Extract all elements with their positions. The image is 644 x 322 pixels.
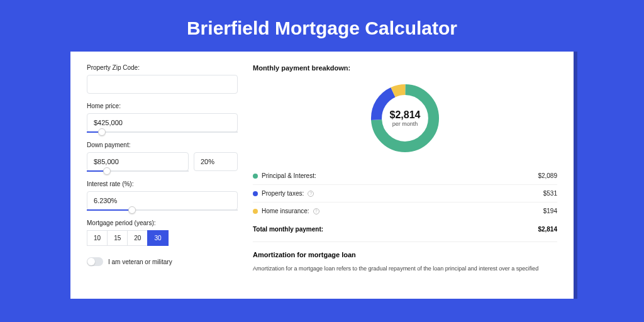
donut-center: $2,814 per month	[367, 80, 443, 156]
amort-text: Amortization for a mortgage loan refers …	[253, 265, 557, 274]
rate-label: Interest rate (%):	[87, 180, 238, 187]
slider-handle-icon[interactable]	[103, 167, 111, 175]
down-slider[interactable]	[87, 170, 189, 172]
down-amount-input[interactable]	[87, 152, 189, 171]
price-label: Home price:	[87, 103, 238, 109]
breakdown-value: $2,089	[538, 172, 557, 179]
period-buttons: 10152030	[87, 230, 238, 246]
legend-dot-icon	[253, 174, 258, 179]
breakdown-row: Principal & Interest:$2,089	[253, 167, 557, 185]
info-icon[interactable]: ?	[308, 191, 314, 197]
period-button-10[interactable]: 10	[87, 230, 108, 246]
down-label: Down payment:	[87, 142, 238, 148]
zip-label: Property Zip Code:	[87, 64, 238, 71]
total-row: Total monthly payment: $2,814	[253, 219, 557, 242]
breakdown-value: $531	[543, 190, 557, 197]
breakdown-panel: Monthly payment breakdown: $2,814 per mo…	[253, 64, 557, 274]
amort-heading: Amortization for mortgage loan	[253, 251, 557, 258]
legend-dot-icon	[253, 191, 258, 196]
page-title: Brierfield Mortgage Calculator	[0, 0, 644, 52]
price-input[interactable]	[87, 113, 238, 132]
veteran-row: I am veteran or military	[87, 257, 238, 266]
period-button-20[interactable]: 20	[127, 230, 148, 246]
rate-field: Interest rate (%):	[87, 180, 238, 211]
period-field: Mortgage period (years): 10152030	[87, 219, 238, 246]
toggle-knob-icon	[87, 258, 95, 265]
breakdown-row: Property taxes:?$531	[253, 185, 557, 203]
total-label: Total monthly payment:	[253, 226, 323, 233]
breakdown-label: Principal & Interest:	[262, 172, 316, 179]
legend-dot-icon	[253, 209, 258, 214]
donut-sub: per month	[392, 121, 418, 127]
veteran-toggle[interactable]	[87, 257, 103, 266]
info-icon[interactable]: ?	[313, 208, 319, 214]
breakdown-label: Home insurance:	[262, 208, 309, 214]
period-button-30[interactable]: 30	[147, 230, 168, 246]
down-percent-input[interactable]	[194, 152, 238, 171]
zip-field: Property Zip Code:	[87, 64, 238, 94]
zip-input[interactable]	[87, 75, 238, 94]
calculator-card: Property Zip Code: Home price: Down paym…	[70, 52, 574, 299]
breakdown-heading: Monthly payment breakdown:	[253, 64, 557, 72]
veteran-label: I am veteran or military	[108, 258, 172, 265]
form-panel: Property Zip Code: Home price: Down paym…	[87, 64, 238, 274]
breakdown-row: Home insurance:?$194	[253, 203, 557, 219]
rate-input[interactable]	[87, 191, 238, 210]
breakdown-list: Principal & Interest:$2,089Property taxe…	[253, 167, 557, 219]
breakdown-label: Property taxes:	[262, 190, 304, 197]
slider-handle-icon[interactable]	[128, 206, 136, 214]
total-value: $2,814	[538, 226, 557, 233]
slider-handle-icon[interactable]	[98, 128, 106, 136]
down-field: Down payment:	[87, 142, 238, 172]
rate-slider[interactable]	[87, 209, 238, 211]
price-field: Home price:	[87, 103, 238, 133]
price-slider[interactable]	[87, 131, 238, 133]
period-label: Mortgage period (years):	[87, 219, 238, 226]
donut-amount: $2,814	[390, 109, 421, 121]
donut-chart: $2,814 per month	[367, 80, 443, 156]
period-button-15[interactable]: 15	[107, 230, 128, 246]
donut-chart-wrap: $2,814 per month	[253, 80, 557, 156]
breakdown-value: $194	[543, 208, 557, 214]
